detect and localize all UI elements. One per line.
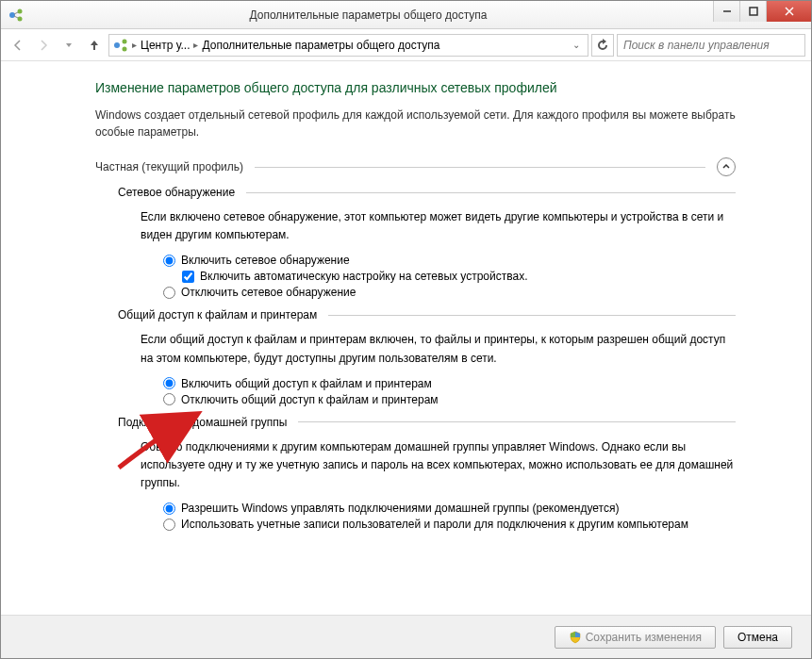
radio-input[interactable] xyxy=(163,393,175,405)
chevron-right-icon: ▸ xyxy=(132,40,137,50)
divider xyxy=(246,192,736,193)
radio-network-discovery-off[interactable]: Отключить сетевое обнаружение xyxy=(163,286,736,299)
navbar: ▸ Центр у... ▸ Дополнительные параметры … xyxy=(1,29,811,61)
homegroup-desc: Обычно подключениями к другим компьютера… xyxy=(141,438,736,493)
svg-point-2 xyxy=(18,16,23,21)
close-button[interactable] xyxy=(766,1,811,22)
page-heading: Изменение параметров общего доступа для … xyxy=(95,80,736,95)
intro-text: Windows создает отдельный сетевой профил… xyxy=(95,107,736,140)
cancel-button[interactable]: Отмена xyxy=(723,626,792,649)
recent-dropdown[interactable] xyxy=(58,34,80,57)
radio-network-discovery-on[interactable]: Включить сетевое обнаружение xyxy=(163,254,736,267)
search-input[interactable] xyxy=(617,34,805,57)
window-title: Дополнительные параметры общего доступа xyxy=(24,8,713,22)
chevron-right-icon: ▸ xyxy=(193,40,198,50)
homegroup-title: Подключения домашней группы xyxy=(118,416,287,429)
radio-input[interactable] xyxy=(163,255,175,267)
titlebar: Дополнительные параметры общего доступа xyxy=(1,1,811,29)
network-icon xyxy=(8,8,24,23)
svg-line-3 xyxy=(14,12,18,14)
network-icon xyxy=(113,38,128,53)
minimize-button[interactable] xyxy=(713,1,739,22)
file-sharing-title: Общий доступ к файлам и принтерам xyxy=(118,308,317,321)
save-button[interactable]: Сохранить изменения xyxy=(555,626,716,649)
radio-homegroup-user[interactable]: Использовать учетные записи пользователе… xyxy=(163,518,736,531)
svg-rect-6 xyxy=(750,8,757,15)
network-discovery-desc: Если включено сетевое обнаружение, этот … xyxy=(141,208,736,244)
radio-homegroup-windows[interactable]: Разрешить Windows управлять подключениям… xyxy=(163,502,736,515)
footer: Сохранить изменения Отмена xyxy=(1,615,811,658)
checkbox-input[interactable] xyxy=(182,271,194,283)
file-sharing-desc: Если общий доступ к файлам и принтерам в… xyxy=(141,331,736,367)
radio-input[interactable] xyxy=(163,287,175,299)
svg-point-9 xyxy=(114,42,120,48)
breadcrumb[interactable]: ▸ Центр у... ▸ Дополнительные параметры … xyxy=(108,34,588,57)
svg-point-0 xyxy=(9,12,15,18)
svg-point-1 xyxy=(18,8,23,13)
profile-section-title: Частная (текущий профиль) xyxy=(95,160,243,173)
back-button[interactable] xyxy=(7,34,29,57)
svg-line-4 xyxy=(14,16,18,18)
breadcrumb-dropdown[interactable]: ⌄ xyxy=(569,40,584,50)
maximize-button[interactable] xyxy=(739,1,766,22)
divider xyxy=(255,167,705,168)
radio-input[interactable] xyxy=(163,502,175,515)
radio-input[interactable] xyxy=(163,519,175,531)
svg-point-11 xyxy=(123,46,127,51)
refresh-button[interactable] xyxy=(591,34,614,57)
forward-button[interactable] xyxy=(32,34,55,57)
content-area: Изменение параметров общего доступа для … xyxy=(1,61,811,615)
breadcrumb-item[interactable]: Дополнительные параметры общего доступа xyxy=(202,39,439,52)
divider xyxy=(298,421,736,422)
up-button[interactable] xyxy=(83,34,106,57)
svg-point-10 xyxy=(123,39,127,43)
collapse-button[interactable] xyxy=(717,157,736,176)
radio-file-sharing-on[interactable]: Включить общий доступ к файлам и принтер… xyxy=(163,377,736,390)
checkbox-auto-setup[interactable]: Включить автоматическую настройку на сет… xyxy=(182,270,736,283)
breadcrumb-item[interactable]: Центр у... xyxy=(141,39,190,52)
radio-file-sharing-off[interactable]: Отключить общий доступ к файлам и принте… xyxy=(163,393,736,406)
network-discovery-title: Сетевое обнаружение xyxy=(118,186,235,199)
shield-icon xyxy=(569,631,582,644)
radio-input[interactable] xyxy=(163,377,175,389)
divider xyxy=(328,315,736,316)
